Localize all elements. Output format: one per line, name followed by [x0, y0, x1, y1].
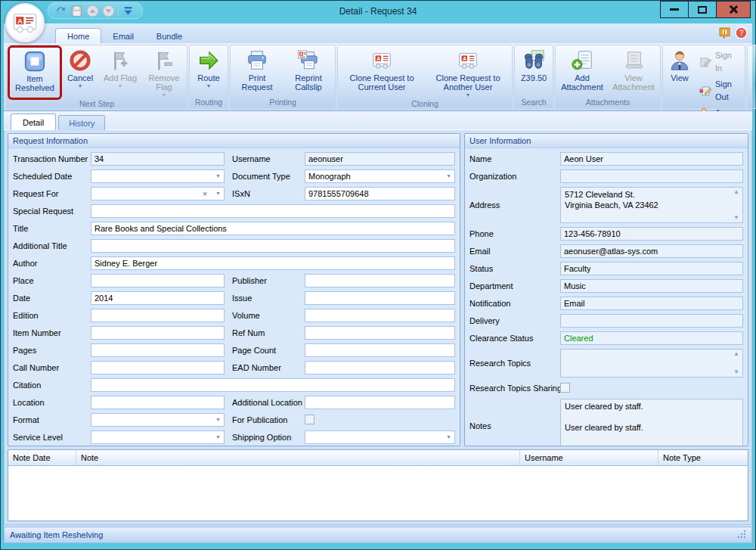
pages-input[interactable]	[91, 343, 225, 357]
ribbon-button-reprint-callslip[interactable]: AReprint Callslip	[284, 47, 333, 97]
request-for-input[interactable]: ×▼	[91, 187, 225, 200]
ribbon-tab-email[interactable]: Email	[101, 29, 145, 43]
window-controls	[661, 1, 751, 18]
issue-input[interactable]	[305, 291, 455, 305]
scroll-down-icon[interactable]: ▼	[733, 368, 739, 376]
maximize-button[interactable]	[688, 1, 717, 18]
organization-input[interactable]	[560, 169, 743, 183]
field-label-item-number: Item Number	[13, 328, 91, 337]
column-header-note[interactable]: Note	[76, 450, 520, 465]
ribbon-button-add-flag[interactable]: Add Flag▼	[99, 47, 141, 98]
author-input[interactable]: Sidney E. Berger	[91, 256, 455, 270]
ribbon-button-print-request[interactable]: Print Request	[232, 47, 282, 97]
address-input[interactable]: 5712 Cleveland St. Virginia Beach, VA 23…	[560, 187, 743, 223]
dropdown-arrow-icon[interactable]: ▼	[446, 173, 451, 179]
ribbon-button-initialize-photoduplication[interactable]: Initialize Photoduplication	[749, 47, 756, 97]
ribbon-button-remove-flag[interactable]: Remove Flag▼	[143, 47, 185, 98]
notes-input[interactable]: User cleared by staff. User cleared by s…	[560, 399, 743, 446]
name-input[interactable]: Aeon User	[560, 152, 743, 166]
username-input[interactable]: aeonuser	[305, 152, 455, 166]
dropdown-arrow-icon[interactable]: ▼	[215, 434, 221, 440]
scrollbar[interactable]: ▲▼	[731, 350, 742, 376]
shipping-option-input[interactable]: ▼	[305, 430, 455, 444]
minimize-button[interactable]	[660, 1, 689, 18]
document-type-input[interactable]: Monograph▼	[305, 169, 455, 183]
help-icon[interactable]: ?	[735, 26, 748, 39]
additional-location-input[interactable]	[305, 396, 455, 409]
ribbon-button-clone-request-to-current-user[interactable]: AClone Request to Current User	[339, 47, 424, 98]
phone-input[interactable]: 123-456-78910	[560, 227, 743, 241]
ribbon-tab-bundle[interactable]: Bundle	[145, 29, 194, 43]
service-level-input[interactable]: ▼	[91, 430, 225, 444]
ribbon-button-z39-50[interactable]: Z39.50	[516, 47, 551, 97]
tab-detail[interactable]: Detail	[11, 113, 56, 130]
research-topics-input[interactable]: ▲▼	[560, 349, 743, 378]
ribbon-button-add-attachment[interactable]: Add Attachment	[557, 47, 607, 97]
dropdown-arrow-icon[interactable]: ▼	[215, 173, 221, 179]
publisher-input[interactable]	[305, 274, 455, 287]
ribbon-button-view-attachment[interactable]: View Attachment	[609, 47, 658, 97]
notes-table-body[interactable]	[8, 466, 748, 520]
email-input[interactable]: aeonuser@atlas-sys.com	[560, 244, 743, 258]
column-header-note-type[interactable]: Note Type	[658, 450, 748, 465]
ribbon-button-view[interactable]: View	[665, 47, 695, 119]
special-request-input[interactable]	[91, 204, 455, 218]
edition-input[interactable]	[91, 309, 225, 322]
citation-input[interactable]	[91, 378, 455, 392]
scroll-up-icon[interactable]: ▲	[733, 188, 739, 196]
ribbon-button-cancel[interactable]: Cancel▼	[63, 47, 98, 98]
transaction-number-input[interactable]: 34	[91, 152, 225, 166]
ribbon-button-clone-request-to-another-user[interactable]: AClone Request to Another User▼	[426, 47, 510, 98]
dropdown-arrow-icon[interactable]: ▼	[446, 434, 451, 440]
ribbon-button-item-reshelved[interactable]: Item Reshelved	[10, 48, 60, 98]
volume-input[interactable]	[305, 309, 455, 322]
location-input[interactable]	[91, 396, 225, 409]
remove-flag-icon	[153, 49, 175, 72]
page-count-input[interactable]	[305, 343, 455, 357]
item-number-input[interactable]	[91, 326, 225, 340]
next-request-icon[interactable]	[102, 5, 115, 17]
feedback-icon[interactable]: i	[718, 26, 731, 39]
dropdown-arrow-icon[interactable]: ▼	[215, 417, 221, 422]
application-menu-button[interactable]: A	[5, 3, 45, 42]
scroll-up-icon[interactable]: ▲	[733, 350, 739, 358]
delivery-input[interactable]	[560, 314, 743, 328]
previous-request-icon[interactable]	[86, 5, 99, 17]
field-label-scheduled-date: Scheduled Date	[13, 172, 91, 181]
ribbon-button-route[interactable]: Route▼	[191, 47, 226, 97]
scroll-down-icon[interactable]: ▼	[733, 214, 739, 222]
column-header-note-date[interactable]: Note Date	[8, 450, 76, 465]
refresh-icon[interactable]	[54, 5, 67, 17]
column-header-username[interactable]: Username	[520, 450, 658, 465]
ribbon-tab-home[interactable]: Home	[55, 28, 101, 43]
department-input[interactable]: Music	[560, 279, 743, 293]
for-publication-checkbox[interactable]	[305, 415, 314, 424]
title-input[interactable]: Rare Books and Special Collections	[91, 222, 455, 235]
customize-quick-access-icon[interactable]	[122, 5, 135, 17]
ribbon-button-sign-in[interactable]: Sign In	[697, 49, 742, 75]
clearance-status-input[interactable]: Cleared	[560, 331, 743, 345]
scrollbar[interactable]: ▲▼	[731, 188, 742, 222]
resize-grip-icon[interactable]	[744, 536, 745, 538]
scheduled-date-input[interactable]: ▼	[91, 169, 225, 183]
research-topics-sharing-checkbox[interactable]	[560, 383, 570, 393]
field-value: 9781555709648	[308, 189, 369, 198]
tab-history[interactable]: History	[58, 115, 105, 130]
isxn-input[interactable]: 9781555709648	[305, 187, 455, 200]
close-button[interactable]	[716, 1, 751, 18]
date-input[interactable]: 2014	[91, 291, 225, 305]
notification-input[interactable]: Email	[560, 297, 743, 310]
ribbon-button-sign-out[interactable]: Sign Out	[697, 78, 742, 104]
additional-title-input[interactable]	[91, 239, 455, 253]
call-number-input[interactable]	[91, 361, 225, 374]
title-bar[interactable]: Detail - Request 34	[1, 1, 755, 23]
app-window: Detail - Request 34 A HomeEmailBundle i?…	[0, 0, 756, 550]
dropdown-arrow-icon[interactable]: ▼	[215, 191, 221, 196]
ref-num-input[interactable]	[305, 326, 455, 340]
place-input[interactable]	[91, 274, 225, 287]
clear-icon[interactable]: ×	[203, 190, 207, 197]
format-input[interactable]: ▼	[91, 413, 225, 427]
save-icon[interactable]	[70, 5, 83, 17]
ead-number-input[interactable]	[305, 361, 455, 374]
status-input[interactable]: Faculty	[560, 262, 743, 275]
